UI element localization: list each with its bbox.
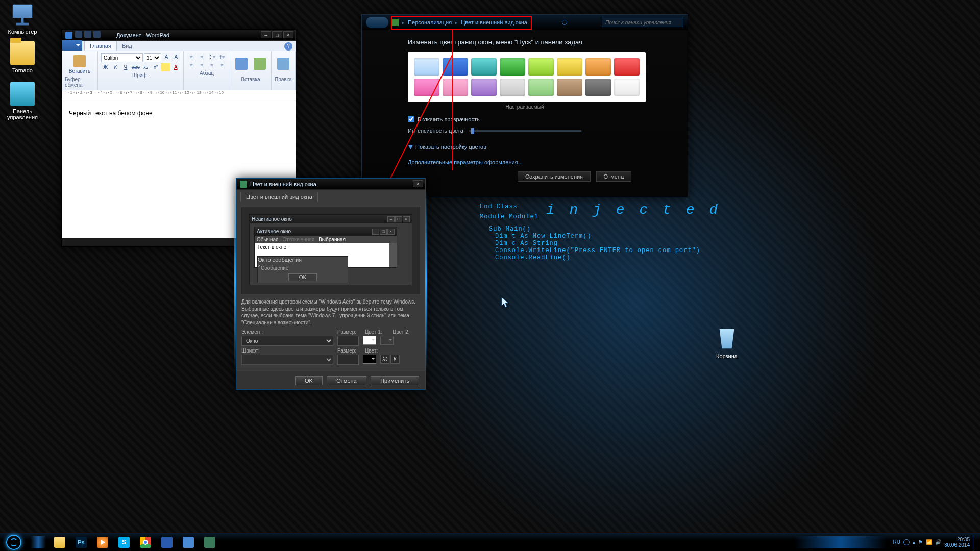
color-swatch-13[interactable]: [557, 79, 582, 96]
color-swatch-12[interactable]: [528, 79, 554, 96]
paste-button[interactable]: Вставить: [69, 53, 90, 76]
color-swatch-10[interactable]: [471, 79, 497, 96]
strike-button[interactable]: abc: [131, 63, 140, 71]
tab-window-color[interactable]: Цвет и внешний вид окна: [240, 192, 318, 202]
line-spacing-button[interactable]: ‡≡: [217, 53, 227, 61]
highlight-button[interactable]: [161, 63, 170, 71]
bold-button[interactable]: Ж: [101, 63, 110, 71]
color-swatch-5[interactable]: [557, 58, 582, 76]
font-family-select[interactable]: Calibri: [101, 53, 143, 62]
transparency-checkbox-input[interactable]: [408, 116, 414, 122]
color-swatch-15[interactable]: [614, 79, 640, 96]
color-swatch-14[interactable]: [585, 79, 611, 96]
taskbar-chrome[interactable]: [135, 535, 156, 549]
desktop-icon-recycle-bin[interactable]: Корзина: [707, 327, 746, 359]
decrease-indent-button[interactable]: ≡: [187, 53, 196, 61]
superscript-button[interactable]: x²: [151, 63, 160, 71]
transparency-checkbox[interactable]: Включить прозрачность: [408, 116, 642, 122]
taskbar-personalization[interactable]: [178, 535, 199, 549]
element-select[interactable]: Окно: [241, 336, 333, 346]
qat-save-icon[interactable]: [75, 31, 82, 38]
bullets-button[interactable]: ⋮≡: [207, 53, 216, 61]
color-swatch-3[interactable]: [500, 58, 525, 76]
color1-picker[interactable]: [363, 336, 376, 345]
color-swatch-4[interactable]: [528, 58, 554, 76]
find-replace-button[interactable]: [275, 53, 292, 76]
breadcrumb-window-color[interactable]: Цвет и внешний вид окна: [461, 19, 527, 26]
taskbar-wordpad[interactable]: [157, 535, 177, 549]
qat-undo-icon[interactable]: [84, 31, 91, 38]
desktop-icon-tornado[interactable]: Tornado: [3, 41, 42, 73]
refresh-icon[interactable]: [562, 20, 567, 25]
start-button[interactable]: [0, 533, 28, 552]
wordpad-titlebar[interactable]: Документ - WordPad – □ ×: [62, 30, 296, 41]
close-button[interactable]: ×: [413, 180, 423, 187]
element-size-input[interactable]: [337, 336, 359, 346]
font-select[interactable]: [241, 355, 333, 365]
taskbar-clock[interactable]: 20:35 30.06.2014: [944, 537, 970, 548]
apply-button[interactable]: Применить: [371, 376, 419, 385]
help-button[interactable]: ?: [284, 42, 292, 51]
taskbar-explorer[interactable]: [50, 535, 70, 549]
tab-home[interactable]: Главная: [84, 41, 117, 51]
font-italic-button[interactable]: К: [390, 355, 400, 364]
preview-menu-disabled: Отключенная: [282, 237, 314, 242]
language-indicator[interactable]: RU: [893, 539, 900, 545]
desktop-icon-control-panel[interactable]: Панель управления: [3, 82, 42, 120]
close-button[interactable]: ×: [283, 31, 293, 38]
underline-button[interactable]: Ч: [121, 63, 130, 71]
color-swatch-6[interactable]: [585, 58, 611, 76]
nav-back-forward[interactable]: [366, 17, 388, 28]
transparency-label: Включить прозрачность: [418, 116, 480, 122]
show-desktop-button[interactable]: [973, 535, 977, 549]
tray-flag-icon[interactable]: ⚑: [918, 539, 923, 545]
file-menu-button[interactable]: [62, 40, 82, 51]
cancel-button[interactable]: Отмена: [327, 376, 366, 385]
shrink-font-button[interactable]: A: [172, 53, 180, 61]
minimize-button[interactable]: –: [261, 31, 271, 38]
tray-volume-icon[interactable]: 🔊: [935, 539, 941, 545]
action-center-icon[interactable]: [903, 539, 910, 545]
color-swatch-11[interactable]: [500, 79, 525, 96]
search-input[interactable]: [602, 18, 683, 27]
insert-picture-button[interactable]: [233, 53, 250, 76]
taskbar-photoshop[interactable]: Ps: [71, 535, 91, 549]
desktop-icon-computer[interactable]: Компьютер: [3, 2, 42, 35]
font-bold-button[interactable]: Ж: [380, 355, 389, 364]
show-color-mixer-toggle[interactable]: ⯆ Показать настройку цветов: [408, 144, 642, 150]
grow-font-button[interactable]: A: [162, 53, 171, 61]
taskbar-skype[interactable]: S: [114, 535, 134, 549]
align-left-button[interactable]: ≡: [187, 61, 196, 69]
color-swatch-7[interactable]: [614, 58, 640, 76]
intensity-slider[interactable]: [469, 130, 581, 132]
font-size-select[interactable]: 11: [144, 53, 161, 62]
align-center-button[interactable]: ≡: [197, 61, 206, 69]
tray-expand-icon[interactable]: ▴: [913, 539, 915, 545]
increase-indent-button[interactable]: ≡: [197, 53, 206, 61]
insert-object-button[interactable]: [252, 53, 268, 76]
color-swatch-2[interactable]: [471, 58, 497, 76]
justify-button[interactable]: ≡: [217, 61, 227, 69]
italic-button[interactable]: К: [111, 63, 120, 71]
tray-network-icon[interactable]: 📶: [926, 539, 932, 545]
subscript-button[interactable]: x₂: [141, 63, 151, 71]
advanced-appearance-link[interactable]: Дополнительные параметры оформления...: [408, 159, 642, 165]
color-swatch-9[interactable]: [443, 79, 468, 96]
breadcrumb-personalization[interactable]: Персонализация: [408, 19, 452, 26]
taskbar-appearance-dialog[interactable]: [200, 535, 220, 549]
font-color-picker[interactable]: [363, 355, 376, 364]
color-swatch-0[interactable]: [414, 58, 439, 76]
color-swatch-1[interactable]: [443, 58, 468, 76]
color-swatch-8[interactable]: [414, 79, 439, 96]
dialog-titlebar[interactable]: Цвет и внешний вид окна ×: [236, 179, 425, 190]
cancel-button[interactable]: Отмена: [596, 171, 631, 182]
font-size-input[interactable]: [337, 355, 359, 365]
save-button[interactable]: Сохранить изменения: [518, 171, 591, 182]
maximize-button[interactable]: □: [272, 31, 282, 38]
tab-view[interactable]: Вид: [117, 41, 137, 51]
taskbar-media-player[interactable]: [92, 535, 113, 549]
qat-redo-icon[interactable]: [93, 31, 101, 38]
ok-button[interactable]: OK: [295, 376, 323, 385]
font-color-button[interactable]: A: [171, 63, 180, 71]
align-right-button[interactable]: ≡: [207, 61, 216, 69]
